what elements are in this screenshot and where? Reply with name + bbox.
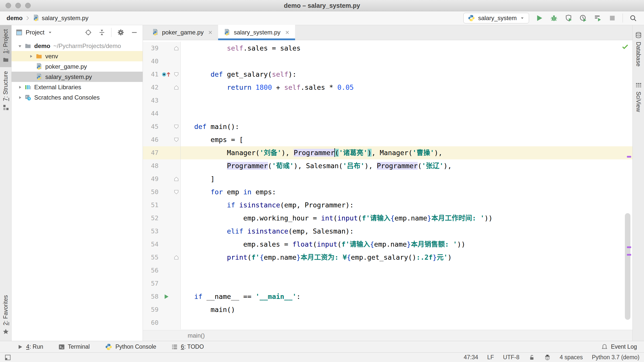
code-text[interactable]	[181, 264, 632, 277]
error-stripe-mark[interactable]	[627, 254, 631, 256]
code-text[interactable]: elif isinstance(emp, Salesman):	[181, 225, 632, 238]
file-encoding[interactable]: UTF-8	[503, 354, 519, 361]
run-button[interactable]	[535, 14, 544, 22]
breadcrumb-main-function[interactable]: main()	[188, 332, 205, 339]
collapse-all-button[interactable]	[98, 28, 106, 37]
code-text[interactable]	[181, 107, 632, 120]
code-text[interactable]: emp.sales = float(input(f'请输入{emp.name}本…	[181, 238, 632, 251]
tree-arrow-icon[interactable]	[16, 84, 24, 90]
code-text[interactable]: if __name__ == '__main__':	[181, 290, 632, 303]
code-text[interactable]	[181, 55, 632, 68]
tree-item-scratches[interactable]: Scratches and Consoles	[12, 92, 143, 103]
inspections-ok-icon[interactable]	[621, 43, 629, 50]
fold-marker-icon[interactable]	[172, 68, 181, 81]
run-line-icon[interactable]	[160, 290, 172, 303]
tool-window-quick-access-icon[interactable]	[5, 354, 11, 361]
tree-arrow-icon[interactable]	[16, 95, 24, 100]
code-text[interactable]	[181, 94, 632, 107]
code-text[interactable]: def get_salary(self):	[181, 68, 632, 81]
code-text[interactable]: return 1800 + self.sales * 0.05	[181, 81, 632, 94]
event-log[interactable]: Event Log	[601, 343, 637, 350]
debug-button[interactable]	[550, 14, 558, 22]
indent-size[interactable]: 4 spaces	[560, 354, 583, 361]
chevron-down-icon[interactable]	[48, 30, 53, 35]
tree-item-venv[interactable]: venv	[12, 51, 143, 61]
code-text[interactable]: emp.working_hour = int(input(f'请输入{emp.n…	[181, 212, 632, 225]
line-separator[interactable]: LF	[487, 354, 494, 361]
token-str: '	[256, 293, 260, 300]
tree-item-poker-game[interactable]: poker_game.py	[12, 61, 143, 72]
fold-marker-icon[interactable]	[172, 81, 181, 94]
code-text[interactable]: def main():	[181, 120, 632, 133]
hide-panel-button[interactable]	[130, 28, 139, 37]
inspections-profile-icon[interactable]	[544, 354, 551, 361]
code-text[interactable]: self.sales = sales	[181, 42, 632, 55]
fold-marker-icon[interactable]	[172, 251, 181, 264]
interpreter[interactable]: Python 3.7 (demo)	[592, 354, 639, 361]
fold-marker-icon[interactable]	[172, 172, 181, 186]
breadcrumb-project[interactable]: demo	[7, 15, 23, 22]
run-with-coverage-button[interactable]	[564, 14, 573, 22]
tool-window-todo[interactable]: 6: TODO	[171, 343, 204, 350]
code-text[interactable]: print(f'{emp.name}本月工资为: ¥{emp.get_salar…	[181, 251, 632, 264]
stripe-tab-structure[interactable]: 7: Structure	[0, 67, 11, 115]
code-text[interactable]: if isinstance(emp, Programmer):	[181, 199, 632, 212]
code-text[interactable]	[181, 316, 632, 329]
code-text[interactable]: emps = [	[181, 133, 632, 146]
tree-item-salary-system[interactable]: salary_system.py	[12, 72, 143, 82]
tab-salary-system[interactable]: salary_system.py	[218, 25, 295, 40]
token-hlid: Programmer	[294, 149, 335, 157]
search-everywhere-button[interactable]	[629, 14, 637, 22]
fold-marker-icon[interactable]	[172, 186, 181, 199]
tree-arrow-icon[interactable]	[16, 43, 24, 49]
code-text[interactable]: main()	[181, 303, 632, 316]
token-str: 本月工作时间: '	[431, 214, 485, 222]
token-t: ),	[281, 149, 294, 157]
tab-poker-game[interactable]: poker_game.py	[146, 25, 218, 40]
code-text[interactable]: Programmer('荀彧'), Salesman('吕布'), Progra…	[181, 159, 632, 172]
readonly-toggle-icon[interactable]	[529, 354, 535, 361]
locate-file-button[interactable]	[84, 28, 93, 37]
code-text[interactable]: Manager('刘备'), Programmer('诸葛亮'), Manage…	[181, 146, 632, 159]
stripe-tab-project[interactable]: 1: Project	[0, 25, 11, 67]
code-text[interactable]	[181, 277, 632, 290]
tree-arrow-icon[interactable]	[27, 54, 35, 59]
editor-pane[interactable]: 39 self.sales = sales4041 def get_salary…	[143, 40, 632, 330]
maximize-window-button[interactable]	[25, 3, 31, 8]
run-configuration-select[interactable]: salary_system	[463, 13, 529, 23]
token-t: emps:	[252, 188, 276, 196]
caret-position[interactable]: 47:34	[464, 354, 478, 361]
tree-item-demo[interactable]: demo~/PycharmProjects/demo	[12, 41, 143, 51]
stripe-tab-sciview[interactable]: SciView	[633, 78, 644, 116]
line-number: 56	[143, 264, 160, 277]
fold-spacer	[172, 303, 181, 316]
error-stripe-mark[interactable]	[627, 156, 631, 158]
vertical-scrollbar[interactable]	[625, 213, 630, 320]
override-marker-icon[interactable]	[160, 68, 172, 81]
settings-button[interactable]	[116, 28, 125, 37]
fold-marker-icon[interactable]	[172, 120, 181, 133]
tool-window-python-console[interactable]: Python Console	[105, 343, 156, 351]
tree-item-external-libraries[interactable]: External Libraries	[12, 82, 143, 92]
close-window-button[interactable]	[6, 3, 11, 8]
stripe-tab-favorites[interactable]: 2: Favorites	[0, 291, 11, 339]
fold-marker-icon[interactable]	[172, 133, 181, 146]
fold-marker-icon[interactable]	[172, 42, 181, 55]
token-hlid: Programmer	[227, 162, 268, 170]
breadcrumb-file[interactable]: salary_system.py	[42, 15, 88, 22]
close-tab-icon[interactable]	[285, 30, 290, 35]
minimize-window-button[interactable]	[15, 3, 21, 8]
project-panel-title[interactable]: Project	[26, 29, 45, 36]
error-stripe-mark[interactable]	[627, 246, 631, 248]
token-self: self	[272, 70, 288, 78]
line-number: 43	[143, 94, 160, 107]
concurrency-diagram-button[interactable]	[593, 14, 602, 22]
code-text[interactable]: ]	[181, 172, 632, 186]
tool-window-run[interactable]: 4: Run	[17, 343, 43, 350]
tool-window-terminal[interactable]: Terminal	[58, 343, 90, 350]
close-tab-icon[interactable]	[208, 30, 213, 35]
profiler-button[interactable]	[579, 14, 587, 22]
stripe-tab-database[interactable]: Database	[633, 28, 644, 70]
stop-button[interactable]	[608, 14, 617, 22]
code-text[interactable]: for emp in emps:	[181, 186, 632, 199]
